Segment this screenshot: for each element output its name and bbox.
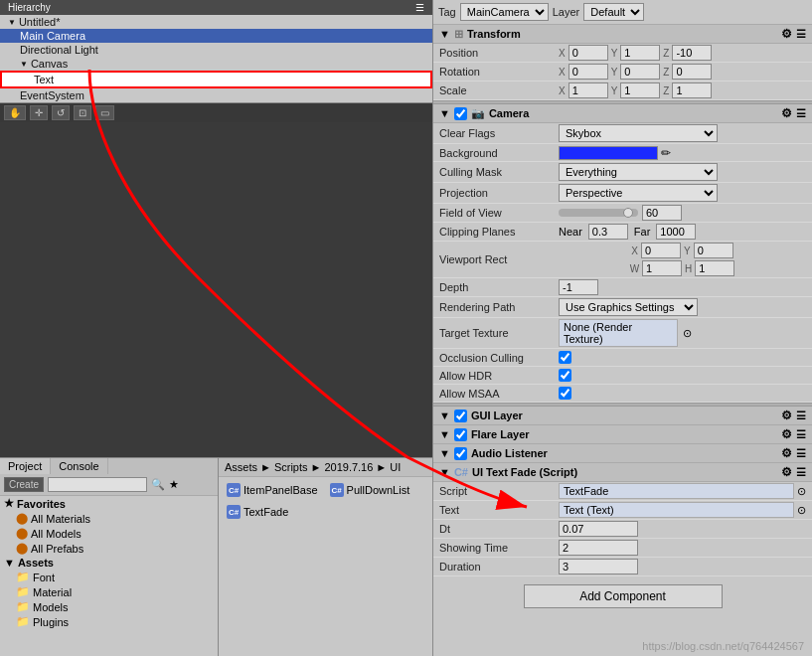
clear-flags-select[interactable]: Skybox	[559, 124, 718, 142]
add-component-button[interactable]: Add Component	[524, 584, 723, 608]
rendering-path-select[interactable]: Use Graphics Settings	[559, 298, 698, 316]
flare-layer-checkbox[interactable]	[454, 428, 467, 441]
script-value: TextFade ⊙	[559, 483, 806, 499]
scale-x[interactable]	[568, 82, 608, 98]
tag-select[interactable]: MainCamera	[460, 3, 549, 21]
hierarchy-item-directionallight[interactable]: Directional Light	[0, 43, 432, 57]
scale-z[interactable]	[672, 82, 712, 98]
favorites-header[interactable]: ★ Favorites	[0, 496, 218, 511]
camera-gear-icon[interactable]: ⚙	[781, 106, 792, 120]
projection-select[interactable]: Perspective	[559, 184, 718, 202]
tree-item-all-prefabs[interactable]: ⬤ All Prefabs	[0, 541, 218, 556]
scene-tool-rotate[interactable]: ↺	[52, 105, 70, 120]
flare-layer-gear-icon[interactable]: ⚙	[781, 427, 792, 441]
search-icon[interactable]: 🔍	[151, 478, 165, 491]
audio-listener-gear-icon[interactable]: ⚙	[781, 446, 792, 460]
background-color-swatch[interactable]	[559, 146, 658, 160]
gui-layer-checkbox[interactable]	[454, 410, 467, 422]
tree-item-all-models[interactable]: ⬤ All Models	[0, 526, 218, 541]
flare-layer-header[interactable]: ▼ Flare Layer ⚙ ☰	[433, 425, 812, 444]
dt-input[interactable]	[559, 521, 638, 537]
script-ref[interactable]: TextFade	[559, 483, 794, 499]
gui-layer-menu-icon[interactable]: ☰	[796, 410, 806, 422]
hierarchy-item-root[interactable]: ▼ Untitled*	[0, 15, 432, 29]
transform-gear-icon[interactable]: ⚙	[781, 27, 792, 41]
allow-msaa-checkbox[interactable]	[559, 387, 571, 400]
audio-listener-checkbox[interactable]	[454, 447, 467, 460]
duration-input[interactable]	[559, 559, 638, 574]
tree-item-models[interactable]: 📁 Models	[0, 599, 218, 614]
allow-hdr-checkbox[interactable]	[559, 369, 571, 382]
scene-view[interactable]: ✋ ✛ ↺ ⊡ ▭	[0, 103, 432, 457]
breadcrumb-part2[interactable]: 2019.7.16	[324, 461, 373, 473]
scene-tool-scale[interactable]: ⊡	[74, 105, 91, 120]
depth-input[interactable]	[559, 279, 598, 295]
transform-component-header[interactable]: ▼ ⊞ Transform ⚙ ☰	[433, 25, 812, 44]
gui-layer-header[interactable]: ▼ GUI Layer ⚙ ☰	[433, 407, 812, 425]
tree-item-material[interactable]: 📁 Material	[0, 584, 218, 599]
textfade-menu-icon[interactable]: ☰	[796, 466, 806, 479]
scene-tool-move[interactable]: ✛	[30, 105, 48, 120]
textfade-component-header[interactable]: ▼ C# UI Text Fade (Script) ⚙ ☰	[433, 463, 812, 482]
showing-time-input[interactable]	[559, 540, 638, 556]
create-button[interactable]: Create	[4, 477, 44, 492]
text-pick-icon[interactable]: ⊙	[797, 504, 806, 517]
tree-item-all-materials[interactable]: ⬤ All Materials	[0, 511, 218, 526]
culling-mask-select[interactable]: Everything	[559, 163, 718, 181]
audio-listener-menu-icon[interactable]: ☰	[796, 447, 806, 460]
scene-tool-hand[interactable]: ✋	[4, 105, 26, 120]
gui-layer-gear-icon[interactable]: ⚙	[781, 409, 792, 422]
hierarchy-item-eventsystem[interactable]: EventSystem	[0, 88, 432, 102]
position-x[interactable]	[568, 45, 608, 61]
layer-select[interactable]: Default	[583, 3, 644, 21]
textfade-gear-icon[interactable]: ⚙	[781, 465, 792, 479]
camera-enabled-checkbox[interactable]	[454, 107, 467, 120]
color-picker-icon[interactable]: ✏	[661, 146, 671, 160]
breadcrumb-part1[interactable]: Scripts	[274, 461, 308, 473]
breadcrumb-part0[interactable]: Assets	[225, 461, 257, 473]
viewport-x[interactable]	[641, 243, 681, 258]
showing-time-row: Showing Time	[433, 539, 812, 558]
search-input[interactable]	[48, 477, 147, 492]
viewport-w[interactable]	[642, 260, 682, 276]
options-icon[interactable]: ★	[169, 478, 179, 491]
tab-project[interactable]: Project	[0, 458, 51, 474]
near-input[interactable]	[588, 224, 628, 240]
audio-listener-header[interactable]: ▼ Audio Listener ⚙ ☰	[433, 444, 812, 463]
target-texture-ref[interactable]: None (Render Texture)	[559, 319, 678, 347]
target-texture-pick-icon[interactable]: ⊙	[683, 327, 692, 340]
asset-item-textfade[interactable]: C# TextFade	[223, 503, 292, 521]
far-input[interactable]	[656, 224, 696, 240]
rotation-x[interactable]	[568, 64, 608, 80]
tree-item-font[interactable]: 📁 Font	[0, 570, 218, 584]
camera-component-header[interactable]: ▼ 📷 Camera ⚙ ☰	[433, 104, 812, 123]
rotation-y[interactable]	[620, 64, 660, 80]
breadcrumb-part3[interactable]: UI	[390, 461, 401, 473]
position-z[interactable]	[672, 45, 712, 61]
rotation-z[interactable]	[672, 64, 712, 80]
scale-value: X Y Z	[559, 82, 806, 98]
fov-slider[interactable]	[559, 209, 638, 217]
flare-layer-menu-icon[interactable]: ☰	[796, 428, 806, 441]
viewport-h[interactable]	[695, 260, 734, 276]
scale-y[interactable]	[620, 82, 660, 98]
hierarchy-item-maincamera[interactable]: Main Camera	[0, 29, 432, 43]
tree-item-plugins[interactable]: 📁 Plugins	[0, 614, 218, 629]
script-pick-icon[interactable]: ⊙	[797, 485, 806, 498]
text-ref[interactable]: Text (Text)	[559, 502, 794, 518]
camera-menu-icon[interactable]: ☰	[796, 107, 806, 120]
viewport-y[interactable]	[694, 243, 733, 258]
hierarchy-item-text[interactable]: Text	[0, 71, 432, 88]
position-y[interactable]	[620, 45, 660, 61]
fov-input[interactable]	[642, 205, 682, 221]
scale-label: Scale	[439, 84, 559, 96]
hierarchy-menu-icon[interactable]: ☰	[415, 2, 424, 13]
asset-item-itempanelbase[interactable]: C# ItemPanelBase	[223, 481, 322, 499]
occlusion-culling-checkbox[interactable]	[559, 351, 571, 364]
transform-menu-icon[interactable]: ☰	[796, 28, 806, 41]
tab-console[interactable]: Console	[51, 458, 107, 474]
assets-header[interactable]: ▼ Assets	[0, 556, 218, 570]
hierarchy-item-canvas[interactable]: ▼ Canvas	[0, 57, 432, 71]
asset-item-pulldownlist[interactable]: C# PullDownList	[326, 481, 414, 499]
scene-tool-rect[interactable]: ▭	[95, 105, 114, 120]
